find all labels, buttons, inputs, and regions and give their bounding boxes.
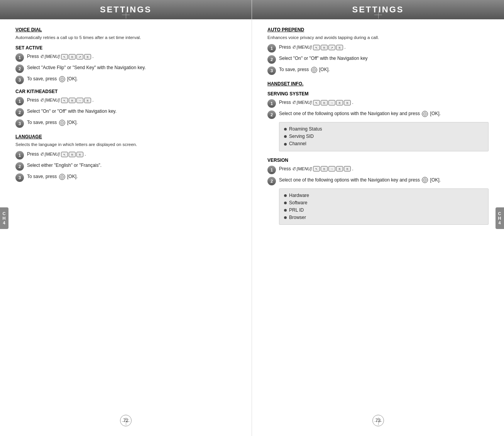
step-1a: 1 Press ✆ [MENU] ↖⎘↗⎘ .: [15, 53, 236, 62]
step-3c: 3 To save, press ◯ [OK].: [15, 173, 236, 182]
step-ss1: 1 Press ✆ [MENU] ↖⎘→⎘⎘ .: [267, 99, 489, 108]
step-text-2c: Select either "English" or "Français".: [27, 162, 236, 169]
step-circle-3a: 3: [15, 76, 24, 84]
step-v1: 1 Press ✆ [MENU] ↖⎘→⎘⎘ .: [267, 165, 489, 174]
bullet-software: Software: [284, 199, 484, 207]
right-crosshair-top: [374, 11, 382, 19]
step-text-1a: Press ✆ [MENU] ↖⎘↗⎘ .: [27, 53, 236, 60]
right-side-tab: C H 4: [496, 207, 504, 229]
step-circle-ss1: 1: [267, 99, 276, 108]
left-page: NEW-TX-95C-4/17 2003.4.17 4:42 PM 페이지 72…: [0, 0, 252, 436]
auto-prepend-steps: 1 Press ✆ [MENU] ↖⎘↗⎘ . 2 Select "On" or…: [267, 44, 489, 75]
step-text-ap2: Select "On" or "Off" with the Navigation…: [279, 55, 489, 62]
handset-info-title: HANDSET INFO.: [267, 81, 489, 87]
version-title: VERSION: [267, 158, 489, 163]
step-text-3a: To save, press ◯ [OK].: [27, 75, 236, 82]
step-2c: 2 Select either "English" or "Français".: [15, 162, 236, 171]
set-active-title: SET ACTIVE: [15, 45, 236, 51]
step-circle-v2: 2: [267, 177, 276, 185]
step-circle-3c: 3: [15, 173, 24, 182]
step-ss2: 2 Select one of the following options wi…: [267, 110, 489, 119]
step-ap1: 1 Press ✆ [MENU] ↖⎘↗⎘ .: [267, 44, 489, 53]
step-text-1b: Press ✆ [MENU] ↖⎘→⎘ .: [27, 97, 236, 103]
language-desc: Selects the language in which letters ar…: [15, 141, 236, 148]
step-text-v1: Press ✆ [MENU] ↖⎘→⎘⎘ .: [279, 165, 489, 172]
left-content: VOICE DIAL Automatically retries a call …: [15, 27, 236, 182]
step-1c: 1 Press ✆ [MENU] ↖⎘⎘ .: [15, 151, 236, 159]
bullet-roaming: Roaming Status: [284, 126, 484, 133]
step-circle-1a: 1: [15, 53, 24, 62]
step-circle-3b: 3: [15, 119, 24, 128]
auto-prepend-desc: Enhances voice privacy and avoids tappin…: [267, 34, 489, 41]
serving-system-steps: 1 Press ✆ [MENU] ↖⎘→⎘⎘ . 2 Select one of…: [267, 99, 489, 119]
step-circle-2c: 2: [15, 162, 24, 171]
step-text-ss2: Select one of the following options with…: [279, 110, 489, 117]
left-side-tab: C H 4: [0, 207, 8, 229]
step-2a: 2 Select "Active Flip" or "Send Key" wit…: [15, 64, 236, 73]
step-1b: 1 Press ✆ [MENU] ↖⎘→⎘ .: [15, 97, 236, 105]
step-text-v2: Select one of the following options with…: [279, 176, 489, 183]
right-page: SETTINGS C H 4 AUTO PREPEND Enhances voi…: [252, 0, 504, 436]
step-text-ss1: Press ✆ [MENU] ↖⎘→⎘⎘ .: [279, 99, 489, 106]
language-steps: 1 Press ✆ [MENU] ↖⎘⎘ . 2 Select either "…: [15, 151, 236, 182]
crosshair-top: [122, 11, 130, 19]
step-ap3: 3 To save, press ◯ [OK].: [267, 66, 489, 75]
car-kit-title: CAR KIT/HEADSET: [15, 89, 236, 94]
right-content: AUTO PREPEND Enhances voice privacy and …: [267, 27, 489, 225]
step-text-2a: Select "Active Flip" or "Send Key" with …: [27, 64, 236, 71]
version-bullets: Hardware Software PRL ID Browser: [279, 188, 489, 225]
car-kit-steps: 1 Press ✆ [MENU] ↖⎘→⎘ . 2 Select "On" or…: [15, 97, 236, 128]
step-text-ap1: Press ✆ [MENU] ↖⎘↗⎘ .: [279, 44, 489, 51]
step-circle-1b: 1: [15, 97, 24, 105]
step-text-1c: Press ✆ [MENU] ↖⎘⎘ .: [27, 151, 236, 158]
left-page-number: 72: [120, 415, 132, 426]
step-v2: 2 Select one of the following options wi…: [267, 176, 489, 185]
serving-system-title: SERVING SYSTEM: [267, 91, 489, 97]
bullet-sid: Serving SID: [284, 133, 484, 140]
step-text-2b: Select "On" or "Off" with the Navigation…: [27, 108, 236, 115]
step-3a: 3 To save, press ◯ [OK].: [15, 75, 236, 84]
auto-prepend-title: AUTO PREPEND: [267, 27, 489, 32]
bullet-channel: Channel: [284, 140, 484, 148]
set-active-steps: 1 Press ✆ [MENU] ↖⎘↗⎘ . 2 Select "Active…: [15, 53, 236, 84]
step-circle-v1: 1: [267, 166, 276, 174]
step-ap2: 2 Select "On" or "Off" with the Navigati…: [267, 55, 489, 64]
step-2b: 2 Select "On" or "Off" with the Navigati…: [15, 108, 236, 117]
step-circle-2b: 2: [15, 108, 24, 117]
step-circle-ss2: 2: [267, 110, 276, 119]
voice-dial-title: VOICE DIAL: [15, 27, 236, 32]
voice-dial-desc: Automatically retries a call up to 5 tim…: [15, 34, 236, 41]
serving-system-bullets: Roaming Status Serving SID Channel: [279, 122, 489, 151]
step-circle-ap2: 2: [267, 55, 276, 64]
right-page-number: 73: [372, 415, 384, 426]
step-text-3c: To save, press ◯ [OK].: [27, 173, 236, 180]
bullet-prl-id: PRL ID: [284, 207, 484, 214]
version-steps: 1 Press ✆ [MENU] ↖⎘→⎘⎘ . 2 Select one of…: [267, 165, 489, 185]
step-circle-ap3: 3: [267, 66, 276, 75]
step-circle-2a: 2: [15, 64, 24, 73]
step-3b: 3 To save, press ◯ [OK].: [15, 119, 236, 128]
step-text-3b: To save, press ◯ [OK].: [27, 119, 236, 126]
step-circle-ap1: 1: [267, 44, 276, 53]
bullet-browser: Browser: [284, 214, 484, 221]
bullet-hardware: Hardware: [284, 192, 484, 199]
step-circle-1c: 1: [15, 151, 24, 159]
step-text-ap3: To save, press ◯ [OK].: [279, 66, 489, 73]
language-title: LANGUAGE: [15, 134, 236, 139]
